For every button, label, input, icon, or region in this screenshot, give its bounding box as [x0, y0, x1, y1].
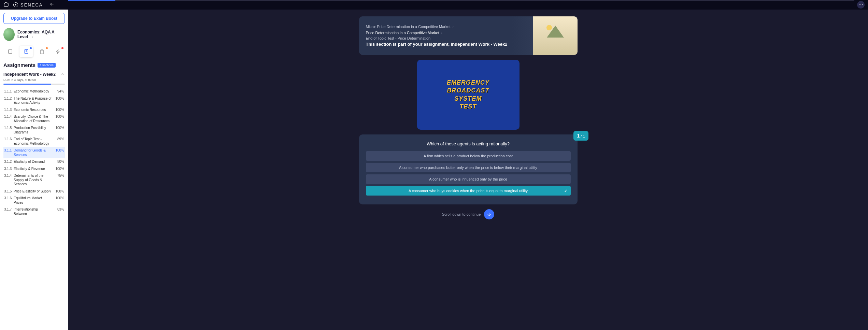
- section-number: 1.1.5: [4, 126, 14, 130]
- media-text: SYSTEM: [447, 95, 489, 103]
- section-item[interactable]: 1.1.3Economic Resources100%: [3, 106, 65, 114]
- question-text: Which of these agents is acting rational…: [366, 141, 571, 146]
- assignment-due: Due: in 3 days, at 09:00: [3, 78, 65, 82]
- assignments-heading: Assignments: [3, 62, 35, 68]
- lesson-header-card: Micro: Price Determination in a Competit…: [359, 16, 578, 55]
- tab-smart[interactable]: [51, 46, 65, 57]
- chevron-right-icon: ›: [453, 25, 454, 29]
- section-name: Scarcity, Choice & The Allocation of Res…: [14, 115, 53, 123]
- section-number: 3.1.3: [4, 167, 14, 171]
- section-percent: 100%: [53, 97, 64, 100]
- section-number: 3.1.6: [4, 196, 14, 200]
- assignment-info: This section is part of your assignment,…: [366, 42, 526, 47]
- breadcrumb-item[interactable]: Micro: Price Determination in a Competit…: [366, 25, 451, 29]
- upgrade-button[interactable]: Upgrade to Exam Boost: [3, 13, 65, 24]
- section-number: 3.1.4: [4, 174, 14, 177]
- course-name: Economics: AQA A Level: [17, 30, 54, 39]
- section-number: 3.1.2: [4, 160, 14, 163]
- section-name: Elasticity & Revenue: [14, 167, 53, 171]
- answer-option[interactable]: A firm which sells a product below the p…: [366, 151, 571, 161]
- topic-title: End of Topic Test - Price Determination: [366, 36, 526, 40]
- section-name: Economic Resources: [14, 108, 53, 112]
- arrow-right-icon: →: [30, 34, 34, 39]
- section-item[interactable]: 3.1.5Price Elasticity of Supply100%: [3, 188, 65, 195]
- section-item[interactable]: 3.1.3Elasticity & Revenue100%: [3, 166, 65, 173]
- question-counter: 1 / 1: [573, 131, 588, 141]
- section-percent: 100%: [53, 115, 64, 118]
- section-item[interactable]: 3.1.4Determinants of the Supply of Goods…: [3, 172, 65, 188]
- section-percent: 100%: [53, 167, 64, 171]
- home-icon[interactable]: [3, 1, 9, 8]
- course-selector[interactable]: Economics: AQA A Level →: [3, 28, 65, 41]
- brand-logo[interactable]: SENECA: [13, 2, 43, 8]
- section-item[interactable]: 1.1.5Production Possibility Diagrams100%: [3, 125, 65, 136]
- chevron-right-icon: ›: [441, 31, 443, 35]
- breadcrumb-item[interactable]: Price Determination in a Competitive Mar…: [366, 31, 439, 35]
- section-name: Demand for Goods & Services: [14, 148, 53, 157]
- lesson-image: [533, 16, 578, 55]
- section-item[interactable]: 3.1.7Interrelationship Between83%: [3, 206, 65, 217]
- section-percent: 89%: [53, 137, 64, 141]
- question-card: 1 / 1 Which of these agents is acting ra…: [359, 134, 578, 204]
- more-menu-button[interactable]: ⋯: [857, 1, 865, 9]
- section-name: Interrelationship Between: [14, 207, 53, 216]
- section-item[interactable]: 1.1.2The Nature & Purpose of Economic Ac…: [3, 95, 65, 106]
- section-item[interactable]: 1.1.6End of Topic Test - Economic Method…: [3, 136, 65, 147]
- tab-library[interactable]: [3, 46, 17, 57]
- media-text: TEST: [447, 103, 489, 111]
- section-name: Equilibrium Market Prices: [14, 196, 53, 205]
- svg-point-1: [15, 4, 16, 5]
- brand-text: SENECA: [20, 2, 43, 8]
- section-percent: 100%: [53, 108, 64, 112]
- section-name: Price Elasticity of Supply: [14, 189, 53, 194]
- scroll-down-button[interactable]: [484, 209, 494, 219]
- course-avatar: [3, 28, 15, 41]
- main-content: Micro: Price Determination in a Competit…: [68, 10, 868, 330]
- section-percent: 80%: [53, 160, 64, 163]
- section-item[interactable]: 3.1.1Demand for Goods & Services100%: [3, 147, 65, 158]
- lesson-progress-bar: [68, 0, 854, 1]
- sidebar: Upgrade to Exam Boost Economics: AQA A L…: [0, 10, 68, 330]
- section-percent: 100%: [53, 148, 64, 152]
- chevron-up-icon: [61, 71, 65, 77]
- svg-rect-2: [9, 50, 12, 54]
- assignment-item[interactable]: Independent Work - Week2 Due: in 3 days,…: [3, 71, 65, 85]
- section-item[interactable]: 3.1.6Equilibrium Market Prices100%: [3, 195, 65, 206]
- section-item[interactable]: 3.1.2Elasticity of Demand80%: [3, 158, 65, 166]
- answer-option[interactable]: A consumer who purchases butter only whe…: [366, 163, 571, 172]
- section-name: End of Topic Test - Economic Methodology: [14, 137, 53, 146]
- assignment-progress: [3, 84, 65, 85]
- collapse-sidebar-icon[interactable]: [49, 2, 54, 8]
- section-number: 3.1.7: [4, 207, 14, 211]
- section-item[interactable]: 1.1.4Scarcity, Choice & The Allocation o…: [3, 113, 65, 125]
- section-number: 3.1.1: [4, 148, 14, 152]
- question-media: EMERGENCY BROADCAST SYSTEM TEST: [417, 60, 520, 130]
- section-name: Determinants of the Supply of Goods & Se…: [14, 174, 53, 187]
- section-percent: 100%: [53, 196, 64, 200]
- tab-tests[interactable]: [35, 46, 49, 57]
- section-name: The Nature & Purpose of Economic Activit…: [14, 97, 53, 105]
- scroll-hint: Scroll down to continue: [442, 212, 481, 216]
- media-text: EMERGENCY: [447, 79, 489, 87]
- section-percent: 100%: [53, 189, 64, 193]
- section-name: Elasticity of Demand: [14, 160, 53, 164]
- section-percent: 100%: [53, 126, 64, 130]
- sections-badge: 4 sections: [38, 63, 56, 68]
- section-percent: 94%: [53, 89, 64, 93]
- section-number: 1.1.3: [4, 108, 14, 112]
- assignment-title: Independent Work - Week2: [3, 72, 56, 77]
- answer-option[interactable]: A consumer who buys cookies when the pri…: [366, 186, 571, 196]
- section-number: 1.1.2: [4, 97, 14, 100]
- tab-assignments[interactable]: [19, 46, 33, 57]
- section-item[interactable]: 1.1.1Economic Methodology94%: [3, 88, 65, 95]
- section-name: Economic Methodology: [14, 89, 53, 94]
- section-percent: 75%: [53, 174, 64, 177]
- section-percent: 83%: [53, 207, 64, 211]
- breadcrumb: Micro: Price Determination in a Competit…: [366, 25, 526, 35]
- section-list: 1.1.1Economic Methodology94%1.1.2The Nat…: [3, 88, 65, 327]
- section-name: Production Possibility Diagrams: [14, 126, 53, 134]
- section-number: 1.1.1: [4, 89, 14, 93]
- section-number: 1.1.6: [4, 137, 14, 141]
- section-number: 3.1.5: [4, 189, 14, 193]
- answer-option[interactable]: A consumer who is influenced only by the…: [366, 174, 571, 184]
